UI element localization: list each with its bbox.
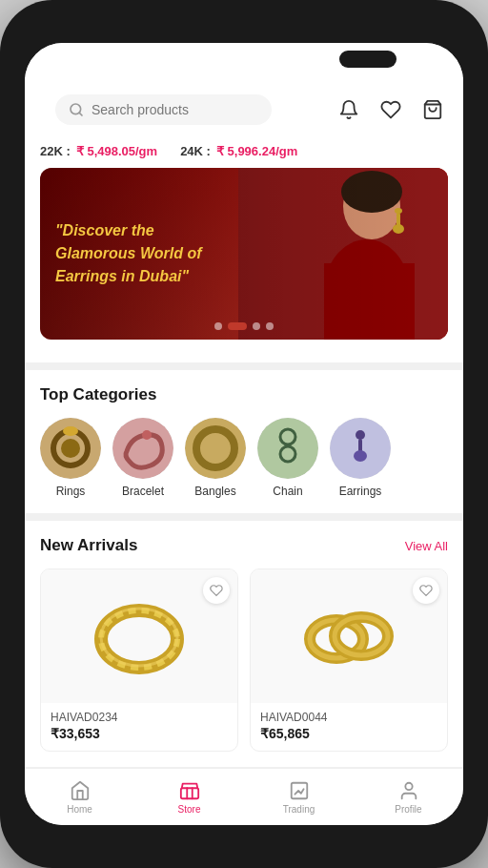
nav-home[interactable]: Home bbox=[25, 775, 134, 820]
search-icon bbox=[69, 102, 84, 117]
dot-3[interactable] bbox=[253, 322, 260, 330]
category-chain-label: Chain bbox=[273, 485, 302, 498]
profile-icon bbox=[398, 780, 419, 801]
promo-banner[interactable]: "Discover the Glamorous World of Earring… bbox=[40, 168, 448, 340]
svg-rect-20 bbox=[257, 418, 318, 479]
wishlist-button[interactable] bbox=[376, 94, 406, 125]
svg-point-37 bbox=[405, 782, 412, 789]
phone-screen: 22K : ₹ 5,498.05/gm 24K : ₹ 5,996.24/gm bbox=[25, 43, 463, 825]
wishlist-btn-2[interactable] bbox=[413, 577, 439, 604]
banner-dots bbox=[214, 322, 274, 330]
product-image-1 bbox=[41, 569, 237, 703]
svg-rect-26 bbox=[358, 439, 362, 452]
svg-point-19 bbox=[202, 435, 229, 462]
svg-rect-35 bbox=[180, 788, 197, 798]
category-bangles-image bbox=[185, 418, 246, 479]
bangle-svg bbox=[87, 584, 192, 689]
heart-outline-icon bbox=[210, 584, 223, 597]
product-price-2: ₹65,865 bbox=[260, 726, 437, 741]
bottom-nav: Home Store Trading Profile bbox=[25, 768, 463, 825]
chart-icon bbox=[289, 780, 310, 801]
category-bangles-label: Bangles bbox=[194, 485, 235, 498]
status-bar bbox=[25, 43, 463, 77]
categories-title: Top Categories bbox=[40, 385, 156, 404]
cart-button[interactable] bbox=[417, 94, 448, 125]
nav-store[interactable]: Store bbox=[134, 775, 244, 820]
value-24k: ₹ 5,996.24/gm bbox=[216, 144, 297, 158]
product-card-1[interactable]: HAIVAD0234 ₹33,653 bbox=[40, 568, 238, 752]
label-24k: 24K : bbox=[180, 144, 211, 158]
product-price-1: ₹33,653 bbox=[51, 726, 228, 741]
price-22k: 22K : ₹ 5,498.05/gm bbox=[40, 144, 157, 158]
gold-prices: 22K : ₹ 5,498.05/gm 24K : ₹ 5,996.24/gm bbox=[25, 138, 463, 168]
svg-point-27 bbox=[354, 450, 367, 462]
product-info-2: HAIVAD0044 ₹65,865 bbox=[251, 703, 447, 751]
category-earrings[interactable]: Earrings bbox=[330, 418, 391, 498]
value-22k: ₹ 5,498.05/gm bbox=[76, 144, 157, 158]
scroll-content[interactable]: 22K : ₹ 5,498.05/gm 24K : ₹ 5,996.24/gm bbox=[25, 77, 463, 768]
bell-icon bbox=[338, 99, 359, 120]
heart-outline-icon-2 bbox=[419, 584, 433, 597]
categories-section: Top Categories Rings bbox=[25, 370, 463, 513]
category-bracelet-label: Bracelet bbox=[122, 485, 164, 498]
svg-point-30 bbox=[101, 609, 177, 666]
shopping-bag-icon bbox=[422, 99, 443, 120]
category-chain-image bbox=[257, 418, 318, 479]
categories-list: Rings Bracelet bbox=[40, 418, 448, 498]
search-input[interactable] bbox=[92, 102, 258, 117]
rings-svg bbox=[296, 584, 401, 689]
categories-header: Top Categories bbox=[40, 385, 448, 404]
price-24k: 24K : ₹ 5,996.24/gm bbox=[180, 144, 297, 158]
dot-2[interactable] bbox=[228, 322, 247, 330]
product-info-1: HAIVAD0234 ₹33,653 bbox=[41, 703, 237, 751]
product-id-1: HAIVAD0234 bbox=[51, 711, 228, 724]
svg-point-14 bbox=[63, 426, 78, 436]
new-arrivals-header: New Arrivals View All bbox=[40, 536, 448, 555]
nav-trading-label: Trading bbox=[283, 804, 315, 815]
category-chain[interactable]: Chain bbox=[257, 418, 318, 498]
wishlist-btn-1[interactable] bbox=[203, 577, 230, 604]
category-bracelet-image bbox=[112, 418, 173, 479]
phone-frame: 22K : ₹ 5,498.05/gm 24K : ₹ 5,996.24/gm bbox=[0, 0, 488, 868]
view-all-button[interactable]: View All bbox=[405, 539, 448, 553]
nav-profile[interactable]: Profile bbox=[354, 775, 463, 820]
camera-notch bbox=[339, 51, 396, 68]
product-id-2: HAIVAD0044 bbox=[260, 711, 437, 724]
heart-icon bbox=[380, 99, 401, 120]
search-bar[interactable] bbox=[55, 94, 272, 125]
nav-profile-label: Profile bbox=[395, 804, 421, 815]
svg-point-25 bbox=[356, 430, 365, 440]
banner-text: "Discover the Glamorous World of Earring… bbox=[55, 219, 227, 288]
category-rings[interactable]: Rings bbox=[40, 418, 101, 498]
product-card-2[interactable]: HAIVAD0044 ₹65,865 bbox=[250, 568, 448, 752]
new-arrivals-section: New Arrivals View All bbox=[25, 521, 463, 767]
nav-home-label: Home bbox=[67, 804, 92, 815]
category-rings-label: Rings bbox=[56, 485, 86, 498]
new-arrivals-title: New Arrivals bbox=[40, 536, 137, 555]
category-bracelet[interactable]: Bracelet bbox=[112, 418, 173, 498]
top-section: 22K : ₹ 5,498.05/gm 24K : ₹ 5,996.24/gm bbox=[25, 77, 463, 362]
category-bangles[interactable]: Bangles bbox=[185, 418, 246, 498]
dot-1[interactable] bbox=[214, 322, 222, 330]
svg-line-1 bbox=[79, 113, 82, 115]
search-row bbox=[25, 77, 463, 138]
label-22k: 22K : bbox=[40, 144, 71, 158]
nav-store-label: Store bbox=[178, 804, 201, 815]
product-image-2 bbox=[251, 569, 447, 703]
header-icons bbox=[334, 94, 448, 125]
category-rings-image bbox=[40, 418, 101, 479]
svg-point-16 bbox=[142, 430, 152, 440]
products-grid: HAIVAD0234 ₹33,653 bbox=[40, 568, 448, 752]
store-icon bbox=[179, 780, 200, 801]
notification-button[interactable] bbox=[334, 94, 364, 125]
category-earrings-image bbox=[330, 418, 391, 479]
svg-point-13 bbox=[61, 439, 80, 458]
category-earrings-label: Earrings bbox=[339, 485, 382, 498]
nav-trading[interactable]: Trading bbox=[244, 775, 354, 820]
home-icon bbox=[70, 780, 91, 801]
dot-4[interactable] bbox=[266, 322, 274, 330]
